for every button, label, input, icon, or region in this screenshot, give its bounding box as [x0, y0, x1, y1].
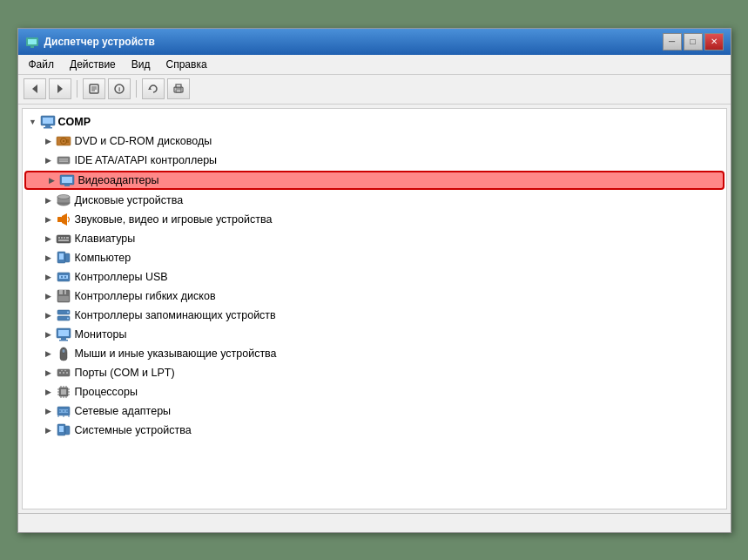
tree-node-disk[interactable]: ▶ Дисковые устройства [23, 191, 726, 210]
title-bar-left: Диспетчер устройств [25, 35, 155, 49]
tree-node-sysdev[interactable]: ▶ Системные устройства [23, 421, 726, 440]
svg-marker-4 [57, 84, 63, 93]
tree-node-dvd[interactable]: ▶ DVD и CD-ROM дисководы [23, 132, 726, 151]
expand-icon-storage[interactable]: ▶ [42, 308, 56, 322]
svg-rect-28 [62, 177, 72, 183]
svg-point-61 [62, 349, 64, 353]
svg-point-66 [61, 369, 63, 371]
network-icon [56, 403, 71, 419]
disk-label: Дисковые устройства [75, 194, 184, 206]
minimize-button[interactable]: ─ [663, 33, 682, 51]
disk-icon [56, 192, 71, 208]
print-button[interactable] [167, 78, 190, 99]
svg-rect-1 [28, 39, 37, 44]
expand-icon-usb[interactable]: ▶ [42, 270, 56, 284]
status-bar [18, 513, 731, 532]
expand-icon-cpu[interactable]: ▶ [42, 385, 56, 399]
svg-rect-2 [30, 46, 34, 48]
expand-icon-dvd[interactable]: ▶ [42, 134, 56, 148]
floppy-icon [56, 288, 71, 304]
expand-icon-computer[interactable]: ▶ [42, 251, 56, 265]
tree-node-monitor[interactable]: ▶ Мониторы [23, 325, 726, 344]
svg-point-15 [180, 88, 181, 89]
expand-icon-mouse[interactable]: ▶ [42, 347, 56, 361]
svg-point-54 [67, 311, 69, 313]
expand-icon-ports[interactable]: ▶ [42, 366, 56, 380]
tree-node-floppy[interactable]: ▶ Контроллеры гибких дисков [23, 287, 726, 306]
toolbar: i [18, 75, 731, 105]
ports-icon [56, 365, 71, 381]
restore-button[interactable]: □ [684, 33, 703, 51]
tree-node-cpu[interactable]: ▶ [23, 382, 726, 401]
root-label: COMP [58, 116, 91, 128]
sound-icon [56, 212, 71, 227]
svg-rect-69 [61, 389, 66, 395]
video-label: Видеоадаптеры [78, 174, 159, 186]
pc-icon [56, 250, 71, 266]
tree-node-usb[interactable]: ▶ Контроллеры USB [23, 267, 726, 287]
properties-button[interactable] [83, 78, 105, 99]
menu-view[interactable]: Вид [125, 57, 158, 72]
expand-icon-monitor[interactable]: ▶ [42, 327, 56, 341]
svg-point-64 [63, 372, 64, 374]
svg-point-65 [66, 372, 68, 374]
expand-icon-disk[interactable]: ▶ [42, 193, 56, 207]
computer-label: Компьютер [75, 252, 131, 264]
tree-node-keyboard[interactable]: ▶ Клавиатуры [23, 229, 726, 248]
device-manager-window: Диспетчер устройств ─ □ ✕ Файл Действие … [17, 28, 731, 533]
tree-node-storage[interactable]: ▶ Контроллеры запоминающих устройств [23, 306, 726, 325]
menu-file[interactable]: Файл [22, 57, 62, 72]
expand-icon-video[interactable]: ▶ [45, 173, 59, 187]
svg-rect-13 [176, 84, 181, 88]
close-button[interactable]: ✕ [704, 33, 724, 51]
svg-rect-39 [66, 237, 69, 239]
svg-rect-59 [59, 340, 68, 341]
tree-node-root[interactable]: ▼ COMP [23, 112, 726, 132]
svg-rect-18 [45, 125, 51, 127]
svg-rect-35 [57, 235, 71, 243]
mouse-label: Мыши и иные указывающие устройства [75, 347, 277, 360]
expand-icon-sysdev[interactable]: ▶ [42, 423, 56, 437]
tree-node-video[interactable]: ▶ Видеоадаптеры [24, 171, 724, 190]
expand-icon-root[interactable]: ▼ [26, 115, 40, 129]
forward-button[interactable] [49, 78, 71, 99]
ports-label: Порты (COM и LPT) [75, 367, 175, 379]
svg-rect-36 [58, 237, 60, 239]
expand-icon-sound[interactable]: ▶ [42, 213, 56, 226]
keyboard-icon [56, 231, 71, 246]
tree-node-ide[interactable]: ▶ IDE ATA/ATAPI контроллеры [23, 151, 726, 170]
svg-rect-88 [59, 426, 64, 432]
storage-label: Контроллеры запоминающих устройств [75, 309, 276, 321]
svg-rect-50 [63, 290, 64, 294]
tree-node-sound[interactable]: ▶ Звуковые, видео и игровые устройства [23, 210, 726, 229]
monitor-icon [56, 327, 71, 342]
back-button[interactable] [24, 78, 46, 99]
svg-rect-51 [58, 296, 69, 301]
sysdev-label: Системные устройства [75, 424, 192, 436]
expand-icon-floppy[interactable]: ▶ [42, 289, 56, 303]
monitor-label: Мониторы [75, 328, 127, 341]
expand-icon-ide[interactable]: ▶ [42, 153, 56, 167]
usb-icon [56, 269, 71, 285]
tree-node-ports[interactable]: ▶ Порты (COM и LPT) [23, 363, 726, 382]
tree-node-mouse[interactable]: ▶ Мыши и иные указывающие устройства [23, 344, 726, 363]
svg-text:i: i [118, 85, 119, 93]
svg-rect-57 [58, 330, 69, 336]
svg-point-46 [60, 275, 62, 277]
refresh-button[interactable] [142, 78, 165, 99]
expand-icon-keyboard[interactable]: ▶ [42, 232, 56, 246]
sysdev-icon [56, 422, 71, 438]
info-button[interactable]: i [108, 78, 131, 99]
svg-rect-33 [57, 217, 62, 222]
device-tree-panel[interactable]: ▼ COMP ▶ [22, 108, 727, 509]
menu-help[interactable]: Справка [159, 57, 214, 72]
svg-rect-17 [43, 118, 53, 124]
expand-icon-network[interactable]: ▶ [42, 404, 56, 418]
cpu-label: Процессоры [75, 386, 138, 398]
window-title: Диспетчер устройств [44, 36, 155, 48]
tree-node-network[interactable]: ▶ Сетевые адаптеры [23, 401, 726, 421]
video-icon [59, 172, 75, 188]
tree-node-computer[interactable]: ▶ Компьютер [23, 248, 726, 267]
svg-point-85 [63, 410, 64, 412]
menu-action[interactable]: Действие [63, 57, 123, 72]
